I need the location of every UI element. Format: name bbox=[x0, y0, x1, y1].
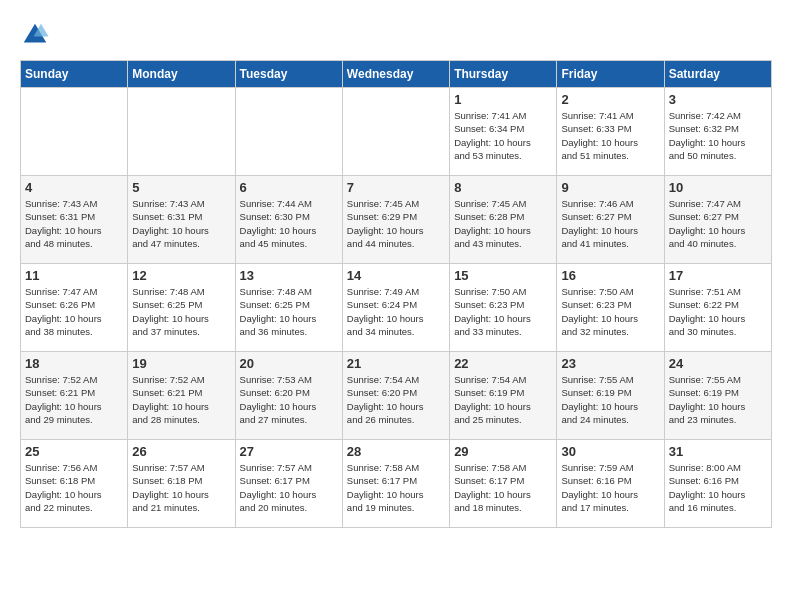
calendar-cell: 7Sunrise: 7:45 AM Sunset: 6:29 PM Daylig… bbox=[342, 176, 449, 264]
week-row-1: 1Sunrise: 7:41 AM Sunset: 6:34 PM Daylig… bbox=[21, 88, 772, 176]
calendar-cell: 22Sunrise: 7:54 AM Sunset: 6:19 PM Dayli… bbox=[450, 352, 557, 440]
calendar-cell: 25Sunrise: 7:56 AM Sunset: 6:18 PM Dayli… bbox=[21, 440, 128, 528]
day-info: Sunrise: 7:41 AM Sunset: 6:33 PM Dayligh… bbox=[561, 109, 659, 162]
calendar-table: SundayMondayTuesdayWednesdayThursdayFrid… bbox=[20, 60, 772, 528]
day-number: 1 bbox=[454, 92, 552, 107]
calendar-cell: 11Sunrise: 7:47 AM Sunset: 6:26 PM Dayli… bbox=[21, 264, 128, 352]
day-info: Sunrise: 7:56 AM Sunset: 6:18 PM Dayligh… bbox=[25, 461, 123, 514]
calendar-cell: 8Sunrise: 7:45 AM Sunset: 6:28 PM Daylig… bbox=[450, 176, 557, 264]
day-number: 18 bbox=[25, 356, 123, 371]
calendar-cell: 30Sunrise: 7:59 AM Sunset: 6:16 PM Dayli… bbox=[557, 440, 664, 528]
day-number: 14 bbox=[347, 268, 445, 283]
day-info: Sunrise: 7:59 AM Sunset: 6:16 PM Dayligh… bbox=[561, 461, 659, 514]
day-number: 6 bbox=[240, 180, 338, 195]
day-header-saturday: Saturday bbox=[664, 61, 771, 88]
day-header-wednesday: Wednesday bbox=[342, 61, 449, 88]
day-info: Sunrise: 7:45 AM Sunset: 6:28 PM Dayligh… bbox=[454, 197, 552, 250]
day-number: 9 bbox=[561, 180, 659, 195]
calendar-cell bbox=[128, 88, 235, 176]
day-number: 30 bbox=[561, 444, 659, 459]
calendar-cell: 17Sunrise: 7:51 AM Sunset: 6:22 PM Dayli… bbox=[664, 264, 771, 352]
day-info: Sunrise: 7:51 AM Sunset: 6:22 PM Dayligh… bbox=[669, 285, 767, 338]
day-header-tuesday: Tuesday bbox=[235, 61, 342, 88]
calendar-cell: 24Sunrise: 7:55 AM Sunset: 6:19 PM Dayli… bbox=[664, 352, 771, 440]
days-header-row: SundayMondayTuesdayWednesdayThursdayFrid… bbox=[21, 61, 772, 88]
day-info: Sunrise: 7:41 AM Sunset: 6:34 PM Dayligh… bbox=[454, 109, 552, 162]
day-info: Sunrise: 7:58 AM Sunset: 6:17 PM Dayligh… bbox=[454, 461, 552, 514]
calendar-cell: 15Sunrise: 7:50 AM Sunset: 6:23 PM Dayli… bbox=[450, 264, 557, 352]
calendar-cell: 6Sunrise: 7:44 AM Sunset: 6:30 PM Daylig… bbox=[235, 176, 342, 264]
calendar-cell: 18Sunrise: 7:52 AM Sunset: 6:21 PM Dayli… bbox=[21, 352, 128, 440]
calendar-cell: 10Sunrise: 7:47 AM Sunset: 6:27 PM Dayli… bbox=[664, 176, 771, 264]
day-info: Sunrise: 7:50 AM Sunset: 6:23 PM Dayligh… bbox=[454, 285, 552, 338]
calendar-cell: 29Sunrise: 7:58 AM Sunset: 6:17 PM Dayli… bbox=[450, 440, 557, 528]
calendar-cell: 4Sunrise: 7:43 AM Sunset: 6:31 PM Daylig… bbox=[21, 176, 128, 264]
day-number: 11 bbox=[25, 268, 123, 283]
calendar-cell: 19Sunrise: 7:52 AM Sunset: 6:21 PM Dayli… bbox=[128, 352, 235, 440]
calendar-cell: 1Sunrise: 7:41 AM Sunset: 6:34 PM Daylig… bbox=[450, 88, 557, 176]
day-number: 2 bbox=[561, 92, 659, 107]
day-number: 4 bbox=[25, 180, 123, 195]
calendar-cell: 31Sunrise: 8:00 AM Sunset: 6:16 PM Dayli… bbox=[664, 440, 771, 528]
calendar-cell: 13Sunrise: 7:48 AM Sunset: 6:25 PM Dayli… bbox=[235, 264, 342, 352]
calendar-cell bbox=[342, 88, 449, 176]
day-number: 31 bbox=[669, 444, 767, 459]
day-info: Sunrise: 7:47 AM Sunset: 6:26 PM Dayligh… bbox=[25, 285, 123, 338]
calendar-cell: 20Sunrise: 7:53 AM Sunset: 6:20 PM Dayli… bbox=[235, 352, 342, 440]
calendar-cell: 16Sunrise: 7:50 AM Sunset: 6:23 PM Dayli… bbox=[557, 264, 664, 352]
day-info: Sunrise: 7:55 AM Sunset: 6:19 PM Dayligh… bbox=[669, 373, 767, 426]
day-number: 24 bbox=[669, 356, 767, 371]
day-number: 23 bbox=[561, 356, 659, 371]
week-row-2: 4Sunrise: 7:43 AM Sunset: 6:31 PM Daylig… bbox=[21, 176, 772, 264]
day-info: Sunrise: 7:45 AM Sunset: 6:29 PM Dayligh… bbox=[347, 197, 445, 250]
day-number: 26 bbox=[132, 444, 230, 459]
calendar-cell bbox=[235, 88, 342, 176]
calendar-cell: 3Sunrise: 7:42 AM Sunset: 6:32 PM Daylig… bbox=[664, 88, 771, 176]
day-info: Sunrise: 7:46 AM Sunset: 6:27 PM Dayligh… bbox=[561, 197, 659, 250]
day-info: Sunrise: 7:50 AM Sunset: 6:23 PM Dayligh… bbox=[561, 285, 659, 338]
calendar-cell: 26Sunrise: 7:57 AM Sunset: 6:18 PM Dayli… bbox=[128, 440, 235, 528]
day-info: Sunrise: 8:00 AM Sunset: 6:16 PM Dayligh… bbox=[669, 461, 767, 514]
day-number: 12 bbox=[132, 268, 230, 283]
day-info: Sunrise: 7:54 AM Sunset: 6:19 PM Dayligh… bbox=[454, 373, 552, 426]
day-info: Sunrise: 7:49 AM Sunset: 6:24 PM Dayligh… bbox=[347, 285, 445, 338]
day-number: 8 bbox=[454, 180, 552, 195]
day-number: 19 bbox=[132, 356, 230, 371]
day-number: 15 bbox=[454, 268, 552, 283]
day-number: 21 bbox=[347, 356, 445, 371]
day-info: Sunrise: 7:48 AM Sunset: 6:25 PM Dayligh… bbox=[132, 285, 230, 338]
day-number: 20 bbox=[240, 356, 338, 371]
day-info: Sunrise: 7:55 AM Sunset: 6:19 PM Dayligh… bbox=[561, 373, 659, 426]
day-info: Sunrise: 7:52 AM Sunset: 6:21 PM Dayligh… bbox=[132, 373, 230, 426]
week-row-4: 18Sunrise: 7:52 AM Sunset: 6:21 PM Dayli… bbox=[21, 352, 772, 440]
day-number: 5 bbox=[132, 180, 230, 195]
day-info: Sunrise: 7:57 AM Sunset: 6:17 PM Dayligh… bbox=[240, 461, 338, 514]
day-info: Sunrise: 7:43 AM Sunset: 6:31 PM Dayligh… bbox=[25, 197, 123, 250]
calendar-cell bbox=[21, 88, 128, 176]
day-header-thursday: Thursday bbox=[450, 61, 557, 88]
calendar-cell: 5Sunrise: 7:43 AM Sunset: 6:31 PM Daylig… bbox=[128, 176, 235, 264]
day-number: 29 bbox=[454, 444, 552, 459]
week-row-3: 11Sunrise: 7:47 AM Sunset: 6:26 PM Dayli… bbox=[21, 264, 772, 352]
day-number: 16 bbox=[561, 268, 659, 283]
day-info: Sunrise: 7:54 AM Sunset: 6:20 PM Dayligh… bbox=[347, 373, 445, 426]
logo-icon bbox=[20, 20, 50, 50]
day-info: Sunrise: 7:44 AM Sunset: 6:30 PM Dayligh… bbox=[240, 197, 338, 250]
calendar-cell: 27Sunrise: 7:57 AM Sunset: 6:17 PM Dayli… bbox=[235, 440, 342, 528]
day-number: 3 bbox=[669, 92, 767, 107]
day-info: Sunrise: 7:43 AM Sunset: 6:31 PM Dayligh… bbox=[132, 197, 230, 250]
calendar-cell: 9Sunrise: 7:46 AM Sunset: 6:27 PM Daylig… bbox=[557, 176, 664, 264]
day-number: 27 bbox=[240, 444, 338, 459]
day-info: Sunrise: 7:57 AM Sunset: 6:18 PM Dayligh… bbox=[132, 461, 230, 514]
day-info: Sunrise: 7:53 AM Sunset: 6:20 PM Dayligh… bbox=[240, 373, 338, 426]
day-number: 25 bbox=[25, 444, 123, 459]
calendar-cell: 28Sunrise: 7:58 AM Sunset: 6:17 PM Dayli… bbox=[342, 440, 449, 528]
day-info: Sunrise: 7:47 AM Sunset: 6:27 PM Dayligh… bbox=[669, 197, 767, 250]
calendar-cell: 12Sunrise: 7:48 AM Sunset: 6:25 PM Dayli… bbox=[128, 264, 235, 352]
calendar-cell: 21Sunrise: 7:54 AM Sunset: 6:20 PM Dayli… bbox=[342, 352, 449, 440]
calendar-cell: 14Sunrise: 7:49 AM Sunset: 6:24 PM Dayli… bbox=[342, 264, 449, 352]
page-header bbox=[20, 20, 772, 50]
logo bbox=[20, 20, 54, 50]
day-header-sunday: Sunday bbox=[21, 61, 128, 88]
day-header-monday: Monday bbox=[128, 61, 235, 88]
